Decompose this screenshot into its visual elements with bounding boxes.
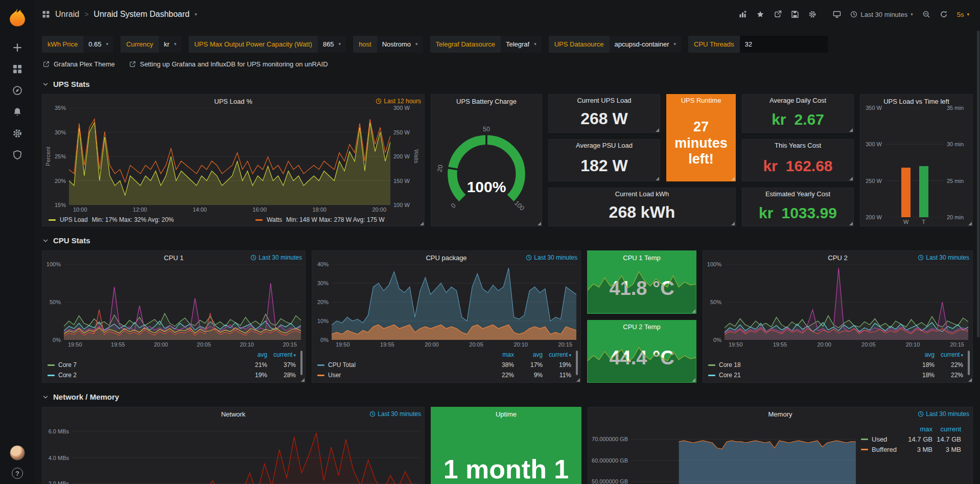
mark-favorite-button[interactable] <box>753 7 768 22</box>
legend-sort-max[interactable]: max <box>485 351 514 358</box>
save-icon <box>791 10 799 18</box>
legend-sort-current[interactable]: current▾ <box>543 351 571 358</box>
monitor-icon <box>833 10 841 18</box>
refresh-interval-picker[interactable]: 5s ▾ <box>953 7 973 22</box>
variable-host: host Nostromo▾ <box>353 36 423 53</box>
panel-title[interactable]: Average Daily Cost <box>769 97 826 104</box>
cpu-stats-row: CPU 1 Last 30 minutes 100%50%0% 19:5019:… <box>42 250 973 383</box>
grafana-logo[interactable] <box>6 6 29 30</box>
legend-sort-avg[interactable]: avg <box>239 351 267 358</box>
sort-caret-icon: ▾ <box>961 353 963 358</box>
breadcrumb-dashboard-title[interactable]: Unraid System Dashboard <box>94 10 190 19</box>
sidebar-item-configuration[interactable] <box>4 123 31 144</box>
legend: UPS Load Min: 17% Max: 32% Avg: 20% Watt… <box>42 214 424 226</box>
row-toggle-network-memory[interactable]: Network / Memory <box>42 390 973 404</box>
legend-sort-max[interactable]: max <box>904 425 932 433</box>
panel-current-ups-load: Current UPS Load 268 W <box>548 94 660 133</box>
sidebar-item-alerting[interactable] <box>4 101 31 123</box>
cycle-view-mode-button[interactable] <box>829 7 845 22</box>
variable-value-dropdown[interactable]: 865▾ <box>318 36 346 53</box>
ups-stat-cluster: Current UPS Load 268 W UPS Runtime 27 mi… <box>548 94 736 226</box>
bar-time-left[interactable] <box>919 166 928 217</box>
apps-grid-icon[interactable] <box>42 10 50 18</box>
legend-sort-current[interactable]: current▾ <box>935 351 963 358</box>
ups-bars-plot[interactable] <box>885 108 944 217</box>
ups-bars-grid <box>885 108 944 217</box>
sidebar-item-server-admin[interactable] <box>4 144 31 166</box>
page-scrollbar[interactable] <box>977 31 979 337</box>
y-axis-left: 100%50%0% <box>44 264 64 340</box>
legend-scrollbar[interactable] <box>300 351 302 375</box>
cpu1-plot[interactable] <box>64 264 301 340</box>
dashboard-settings-button[interactable] <box>805 7 820 22</box>
stat-value: 182 W <box>549 151 660 181</box>
legend-scrollbar[interactable] <box>968 351 970 375</box>
x-axis: 19:5019:5520:0020:0520:1020:15 <box>332 340 576 349</box>
cpu-package-plot[interactable] <box>332 264 576 340</box>
legend-scrollbar[interactable] <box>576 351 578 375</box>
panel-title[interactable]: CPU 1 <box>164 254 183 262</box>
sidebar-item-dashboards[interactable] <box>4 58 31 80</box>
panel-network: Network Last 30 minutes 6.0 MBs 4.0 MBs … <box>42 407 425 484</box>
panel-title[interactable]: UPS Battery Charge <box>456 98 517 105</box>
y-axis-left: 40%30%20%10%0% <box>314 264 332 340</box>
chevron-down-icon <box>42 81 49 88</box>
variable-value-dropdown[interactable]: 0.65▾ <box>83 36 113 53</box>
refresh-button[interactable] <box>936 7 951 22</box>
variable-value-dropdown[interactable]: apcupsd-container▾ <box>610 36 682 53</box>
cpu-threads-input[interactable] <box>740 36 828 53</box>
panel-title[interactable]: Current UPS Load <box>577 97 631 104</box>
panel-title[interactable]: UPS Runtime <box>681 97 721 104</box>
variable-telegraf-datasource: Telegraf Datasource Telegraf▾ <box>430 36 542 53</box>
time-range-picker[interactable]: Last 30 minutes ▾ <box>847 7 916 22</box>
panel-title[interactable]: Average PSU Load <box>576 142 633 149</box>
panel-title[interactable]: UPS Load vs Time left <box>883 98 949 105</box>
variable-value-dropdown[interactable]: Telegraf▾ <box>501 36 542 53</box>
panel-title[interactable]: UPS Load % <box>214 98 252 105</box>
user-avatar[interactable] <box>10 445 25 460</box>
panel-title[interactable]: CPU package <box>426 254 466 262</box>
caret-down-icon: ▾ <box>415 42 418 47</box>
variable-label: UPS Max Output Power Capacity (Watt) <box>189 36 318 53</box>
share-dashboard-button[interactable] <box>770 7 785 22</box>
sidebar-item-explore[interactable] <box>4 80 31 101</box>
legend-sort-current[interactable]: current▾ <box>267 351 296 358</box>
dashboard-link-plex-theme[interactable]: Grafana Plex Theme <box>43 60 115 68</box>
variable-cpu-threads: CPU Threads <box>688 36 828 53</box>
legend-sort-avg[interactable]: avg <box>514 351 543 358</box>
sidebar-item-create[interactable] <box>4 37 31 58</box>
panel-title[interactable]: Memory <box>768 410 792 418</box>
bar-watts[interactable] <box>901 168 911 217</box>
panel-title[interactable]: Current Load kWh <box>615 190 669 198</box>
legend-sort-avg[interactable]: avg <box>906 351 935 358</box>
zoom-out-button[interactable] <box>919 7 934 22</box>
help-icon[interactable]: ? <box>12 468 23 479</box>
breadcrumb-folder[interactable]: Unraid <box>55 10 79 19</box>
network-plot[interactable] <box>72 421 420 484</box>
panel-title[interactable]: This Years Cost <box>775 142 821 149</box>
dashboard-link-ups-guide[interactable]: Setting up Grafana and InfluxDB for UPS … <box>129 60 328 68</box>
y-axis-label-left: Percent <box>44 108 52 205</box>
row-toggle-ups-stats[interactable]: UPS Stats <box>42 77 973 91</box>
panel-title[interactable]: Uptime <box>496 410 517 418</box>
variable-currency: Currency kr▾ <box>121 36 181 53</box>
panel-time-override: Last 30 minutes <box>918 254 969 261</box>
panel-cpu2-temp: CPU 2 Temp 44.4 °C <box>587 320 696 383</box>
ups-load-plot[interactable] <box>69 108 390 205</box>
clock-icon <box>250 255 256 261</box>
panel-title[interactable]: Estimated Yearly Cost <box>765 190 830 198</box>
svg-text:20: 20 <box>436 164 445 173</box>
row-toggle-cpu-stats[interactable]: CPU Stats <box>42 234 973 247</box>
memory-plot[interactable] <box>631 421 856 484</box>
legend-sort-current[interactable]: current <box>932 425 961 433</box>
cpu2-plot[interactable] <box>725 264 968 340</box>
panel-title[interactable]: Network <box>221 410 246 418</box>
save-dashboard-button[interactable] <box>787 7 803 22</box>
variable-value-dropdown[interactable]: kr▾ <box>159 36 181 53</box>
caret-down-icon[interactable]: ▾ <box>195 12 197 17</box>
legend-row: Core 18 18% 22% <box>708 360 963 370</box>
add-panel-button[interactable] <box>735 7 751 22</box>
panel-time-override: Last 30 minutes <box>369 410 421 418</box>
panel-title[interactable]: CPU 2 <box>828 254 847 262</box>
variable-value-dropdown[interactable]: Nostromo▾ <box>377 36 423 53</box>
